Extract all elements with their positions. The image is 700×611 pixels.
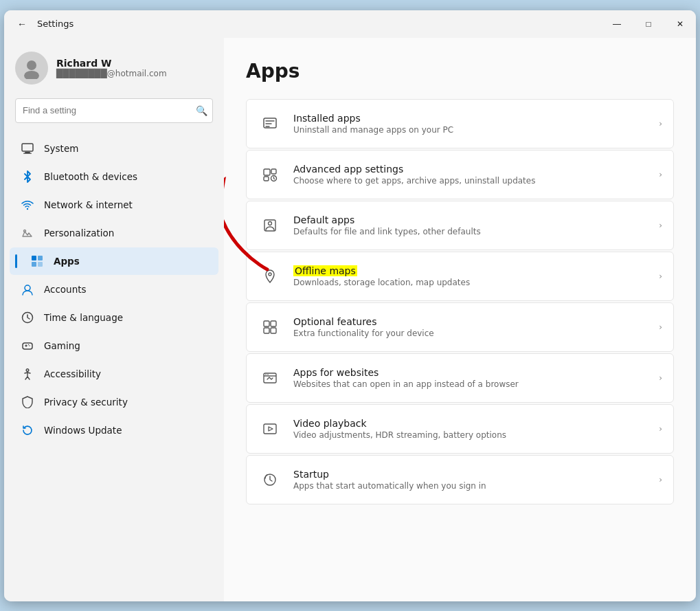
sidebar-item-network[interactable]: Network & internet	[10, 191, 218, 219]
chevron-icon-default-apps: ›	[659, 221, 662, 230]
settings-item-startup[interactable]: Startup Apps that start automatically wh…	[246, 455, 674, 504]
sidebar-item-apps[interactable]: Apps	[10, 247, 218, 275]
nav-label-accessibility: Accessibility	[44, 368, 101, 379]
nav-icon-accessibility	[21, 367, 34, 381]
settings-icon-video-playback	[258, 416, 282, 441]
nav-label-personalization: Personalization	[44, 227, 114, 238]
sidebar-item-accessibility[interactable]: Accessibility	[10, 360, 218, 388]
settings-item-apps-for-websites[interactable]: Apps for websites Websites that can open…	[246, 353, 674, 403]
svg-rect-10	[38, 262, 43, 267]
chevron-icon-optional-features: ›	[659, 322, 662, 332]
svg-rect-19	[271, 169, 276, 174]
settings-icon-optional-features	[258, 315, 282, 340]
nav-icon-bluetooth	[21, 170, 34, 184]
settings-text-installed-apps: Installed apps Uninstall and manage apps…	[293, 113, 651, 135]
minimize-button[interactable]: —	[601, 10, 633, 38]
nav-label-apps: Apps	[54, 256, 80, 267]
settings-item-optional-features[interactable]: Optional features Extra functionality fo…	[246, 302, 674, 352]
user-name: Richard W	[56, 58, 167, 69]
svg-marker-24	[224, 177, 226, 197]
settings-title-startup: Startup	[293, 469, 651, 480]
settings-text-startup: Startup Apps that start automatically wh…	[293, 469, 651, 491]
nav-icon-privacy	[21, 395, 34, 409]
nav-label-network: Network & internet	[44, 199, 133, 210]
sidebar-item-bluetooth[interactable]: Bluetooth & devices	[10, 163, 218, 190]
sidebar: Richard W ████████@hotmail.com 🔍 System …	[4, 38, 224, 601]
chevron-icon-apps-for-websites: ›	[659, 373, 662, 383]
settings-text-default-apps: Default apps Defaults for file and link …	[293, 214, 651, 236]
close-button[interactable]: ✕	[664, 10, 696, 38]
svg-point-11	[25, 285, 30, 291]
settings-title-installed-apps: Installed apps	[293, 113, 651, 124]
svg-point-16	[26, 368, 29, 371]
settings-desc-default-apps: Defaults for file and link types, other …	[293, 227, 651, 236]
nav-icon-update	[21, 423, 34, 437]
sidebar-item-privacy[interactable]: Privacy & security	[10, 388, 218, 416]
svg-point-5	[27, 208, 28, 209]
sidebar-item-update[interactable]: Windows Update	[10, 416, 218, 444]
svg-rect-18	[264, 169, 270, 175]
sidebar-item-accounts[interactable]: Accounts	[10, 276, 218, 303]
content-area: Richard W ████████@hotmail.com 🔍 System …	[4, 38, 696, 601]
settings-desc-apps-for-websites: Websites that can open in an app instead…	[293, 379, 651, 389]
svg-point-14	[29, 345, 30, 346]
nav-label-update: Windows Update	[44, 425, 122, 436]
nav-label-time: Time & language	[44, 312, 123, 323]
settings-icon-default-apps	[258, 213, 282, 238]
app-title: Settings	[37, 19, 74, 29]
svg-point-0	[27, 60, 36, 70]
maximize-button[interactable]: □	[633, 10, 664, 38]
nav-label-gaming: Gaming	[44, 340, 80, 351]
settings-desc-video-playback: Video adjustments, HDR streaming, batter…	[293, 430, 651, 440]
settings-title-optional-features: Optional features	[293, 316, 651, 327]
nav-icon-gaming	[21, 339, 34, 353]
settings-window: ← Settings — □ ✕ Richard W ████████@hotm…	[4, 10, 696, 601]
user-info: Richard W ████████@hotmail.com	[56, 58, 167, 78]
nav-icon-network	[21, 198, 34, 212]
back-button[interactable]: ←	[12, 14, 32, 34]
main-content: Apps Installed apps Uninstall and manage…	[224, 38, 696, 601]
svg-point-15	[28, 344, 29, 344]
nav-label-accounts: Accounts	[44, 284, 87, 295]
svg-rect-8	[38, 256, 43, 260]
settings-desc-advanced-app-settings: Choose where to get apps, archive apps, …	[293, 176, 651, 186]
settings-desc-installed-apps: Uninstall and manage apps on your PC	[293, 125, 651, 135]
settings-desc-startup: Apps that start automatically when you s…	[293, 481, 651, 491]
settings-desc-offline-maps: Downloads, storage location, map updates	[293, 278, 651, 287]
chevron-icon-advanced-app-settings: ›	[659, 170, 662, 179]
active-indicator	[15, 254, 17, 268]
settings-item-default-apps[interactable]: Default apps Defaults for file and link …	[246, 201, 674, 250]
svg-rect-33	[264, 424, 276, 434]
chevron-icon-installed-apps: ›	[659, 119, 662, 129]
svg-rect-28	[264, 328, 269, 333]
settings-item-video-playback[interactable]: Video playback Video adjustments, HDR st…	[246, 404, 674, 454]
settings-item-advanced-app-settings[interactable]: Advanced app settings Choose where to ge…	[246, 150, 674, 199]
sidebar-item-system[interactable]: System	[10, 135, 218, 162]
avatar	[15, 52, 48, 85]
settings-item-installed-apps[interactable]: Installed apps Uninstall and manage apps…	[246, 99, 674, 148]
nav-icon-personalization	[21, 226, 34, 240]
sidebar-item-personalization[interactable]: Personalization	[10, 219, 218, 247]
settings-item-offline-maps[interactable]: Offline maps Downloads, storage location…	[246, 252, 674, 301]
titlebar: ← Settings — □ ✕	[4, 10, 696, 38]
settings-text-offline-maps: Offline maps Downloads, storage location…	[293, 265, 651, 287]
settings-title-video-playback: Video playback	[293, 418, 651, 429]
settings-text-video-playback: Video playback Video adjustments, HDR st…	[293, 418, 651, 440]
svg-point-1	[24, 71, 39, 79]
svg-rect-2	[22, 144, 33, 151]
sidebar-item-gaming[interactable]: Gaming	[10, 332, 218, 359]
search-icon[interactable]: 🔍	[196, 105, 207, 116]
settings-title-advanced-app-settings: Advanced app settings	[293, 164, 651, 175]
settings-title-apps-for-websites: Apps for websites	[293, 367, 651, 378]
search-input[interactable]	[15, 98, 213, 123]
settings-icon-advanced-app-settings	[258, 162, 282, 187]
sidebar-item-time[interactable]: Time & language	[10, 304, 218, 331]
chevron-icon-video-playback: ›	[659, 424, 662, 434]
user-email: ████████@hotmail.com	[56, 69, 167, 78]
settings-list: Installed apps Uninstall and manage apps…	[246, 99, 674, 504]
nav-label-system: System	[44, 143, 78, 154]
svg-point-23	[269, 221, 272, 225]
settings-desc-optional-features: Extra functionality for your device	[293, 329, 651, 338]
nav-icon-accounts	[21, 282, 34, 296]
svg-rect-13	[23, 343, 32, 349]
